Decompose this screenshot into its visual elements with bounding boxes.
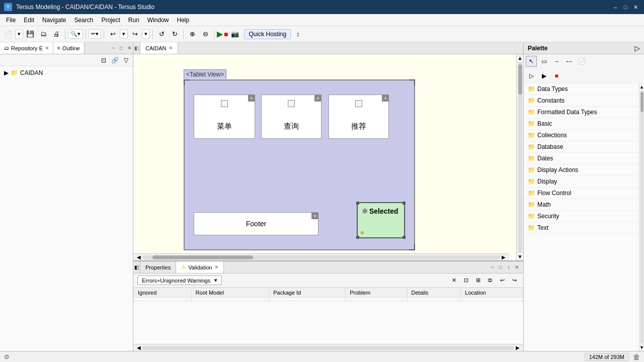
hscroll-right-btn[interactable]: ▶ (500, 254, 507, 261)
canvas-vscrollbar[interactable]: ▲ ▼ (516, 54, 523, 260)
expand-btn[interactable]: ⊞ (473, 276, 483, 286)
collapse-all-btn[interactable]: ⊡ (99, 55, 109, 65)
panel-menu-btn[interactable]: ▽ (121, 55, 131, 65)
menu-help[interactable]: Help (173, 16, 194, 25)
gc-button[interactable]: 🗑 (633, 353, 640, 361)
canvas-hscrollbar[interactable]: ◀ ▶ (133, 253, 509, 260)
editor-canvas[interactable]: <Tablet View> (133, 54, 516, 260)
memory-indicator[interactable]: 142M of 293M (585, 353, 629, 361)
close-button[interactable]: ✕ (631, 3, 640, 12)
camera-button[interactable]: 📷 (229, 28, 241, 40)
bottom-restore-btn[interactable]: ↕ (505, 264, 512, 271)
palette-section-database[interactable]: 📁 Database (524, 141, 639, 153)
palette-scroll-down[interactable]: ▼ (639, 345, 644, 350)
canvas-box-footer[interactable]: + Footer (194, 212, 318, 235)
left-panel-close[interactable]: ✕ (126, 45, 133, 52)
collapse-btn[interactable]: ⊡ (461, 276, 471, 286)
resize-nw-handle[interactable] (184, 79, 190, 85)
sel-handle-tr[interactable] (403, 202, 406, 205)
menu-project[interactable]: Project (97, 16, 124, 25)
save-button[interactable]: 💾 (24, 28, 36, 40)
resize-se-handle[interactable] (409, 244, 415, 250)
tab-repository[interactable]: 🗂 Repository E ✕ (0, 42, 53, 54)
palette-section-basic[interactable]: 📁 Basic (524, 118, 639, 130)
tab-validation-close[interactable]: ✕ (214, 264, 218, 270)
palette-section-math[interactable]: 📁 Math (524, 199, 639, 211)
arrow-button[interactable]: ↕ (292, 28, 304, 40)
canvas-box-selected[interactable]: ✱ Selected (357, 202, 405, 238)
resize-ne-handle[interactable] (409, 79, 415, 85)
bottom-hscroll-right[interactable]: ▶ (514, 344, 521, 351)
sel-handle-bl[interactable] (356, 236, 359, 239)
menu-run[interactable]: Run (124, 16, 143, 25)
open-dropdown[interactable]: 🔍▾ (68, 29, 83, 39)
tab-validation[interactable]: ⚠ Validation ✕ (176, 261, 224, 273)
link-editor-btn[interactable]: 🔗 (110, 55, 120, 65)
bottom-close-btn[interactable]: ✕ (513, 264, 520, 271)
undo2-button[interactable]: ↺ (155, 28, 168, 40)
bottom-hscrollbar[interactable]: ◀ ▶ (133, 344, 523, 351)
palette-doc-tool[interactable]: 📄 (576, 56, 587, 67)
palette-stop-tool[interactable]: ■ (551, 70, 562, 81)
play-button[interactable]: ▶ (217, 29, 223, 39)
palette-rect-tool[interactable]: ▭ (538, 56, 549, 67)
undo-btn2[interactable]: ↩ (497, 276, 507, 286)
palette-section-display-actions[interactable]: 📁 Display Actions (524, 164, 639, 176)
copy-btn[interactable]: ⧉ (485, 276, 495, 286)
sel-handle-br[interactable] (403, 236, 406, 239)
sel-handle-tl[interactable] (356, 202, 359, 205)
redo-button[interactable]: ↪ (129, 28, 141, 40)
hscroll-left-btn[interactable]: ◀ (135, 254, 142, 261)
print-button[interactable]: 🖨 (50, 28, 62, 40)
palette-section-constants[interactable]: 📁 Constants (524, 95, 639, 107)
redo-dropdown[interactable]: ▾ (142, 29, 150, 39)
menu-edit[interactable]: Edit (20, 16, 38, 25)
palette-arrow-tool[interactable]: → (551, 56, 562, 67)
undo-button[interactable]: ↩ (107, 28, 119, 40)
vscroll-thumb[interactable] (518, 64, 522, 95)
box2-plus-icon[interactable]: + (314, 95, 321, 102)
palette-select-tool[interactable]: ↖ (526, 56, 537, 67)
palette-section-collections[interactable]: 📁 Collections (524, 130, 639, 141)
menu-file[interactable]: File (2, 16, 20, 25)
palette-section-flow-control[interactable]: 📁 Flow Control (524, 188, 639, 199)
tab-repository-close[interactable]: ✕ (45, 45, 49, 51)
bottom-hscroll-left[interactable]: ◀ (135, 344, 142, 351)
menu-navigate[interactable]: Navigate (38, 16, 70, 25)
new-dropdown[interactable]: ▾ (15, 29, 23, 39)
palette-play2-tool[interactable]: ▶ (538, 70, 549, 81)
palette-play-tool[interactable]: ▷ (526, 70, 537, 81)
menu-search[interactable]: Search (70, 16, 97, 25)
maximize-button[interactable]: □ (621, 3, 630, 12)
palette-dashed-arrow-tool[interactable]: -→ (564, 56, 575, 67)
menu-window[interactable]: Window (143, 16, 173, 25)
zoom-in-button[interactable]: ⊕ (186, 28, 198, 40)
palette-scroll-thumb[interactable] (640, 92, 643, 112)
tab-outline[interactable]: ≡ Outline (53, 42, 85, 54)
tree-item-caidan[interactable]: ▶ 📁 CAIDAN (2, 68, 131, 77)
filter-btn[interactable]: ✕ (449, 276, 459, 286)
tab-properties[interactable]: Properties (140, 261, 176, 273)
edit-dropdown[interactable]: ✏▾ (89, 29, 101, 39)
canvas-box-chaxun[interactable]: + 查询 (261, 95, 321, 139)
redo2-button[interactable]: ↻ (169, 28, 181, 40)
error-filter-dropdown[interactable]: Errors+Unignored Warnings ▾ (137, 276, 222, 285)
zoom-out-button[interactable]: ⊖ (199, 28, 211, 40)
palette-section-data-types[interactable]: 📁 Data Types (524, 83, 639, 95)
palette-expand-btn[interactable]: ▷ (634, 44, 640, 52)
palette-section-dates[interactable]: 📁 Dates (524, 153, 639, 164)
tab-caidan[interactable]: CAIDAN ✕ (140, 42, 178, 54)
palette-section-formatted[interactable]: 📁 Formatted Data Types (524, 107, 639, 118)
hscroll-thumb[interactable] (152, 255, 253, 259)
canvas-box-caidan[interactable]: + 菜单 (194, 95, 255, 139)
new-button[interactable]: 📄 (2, 28, 14, 40)
palette-vscrollbar[interactable]: ▲ ▼ (639, 83, 644, 351)
left-panel-minimize[interactable]: ─ (110, 45, 117, 52)
canvas-box-tuijian[interactable]: + 推荐 (329, 95, 389, 139)
bottom-maximize-btn[interactable]: □ (497, 264, 504, 271)
palette-section-display[interactable]: 📁 Display (524, 176, 639, 188)
box1-plus-icon[interactable]: + (248, 95, 255, 102)
left-panel-maximize[interactable]: □ (118, 45, 125, 52)
vscroll-down-btn[interactable]: ▼ (518, 254, 523, 259)
box3-plus-icon[interactable]: + (382, 95, 389, 102)
